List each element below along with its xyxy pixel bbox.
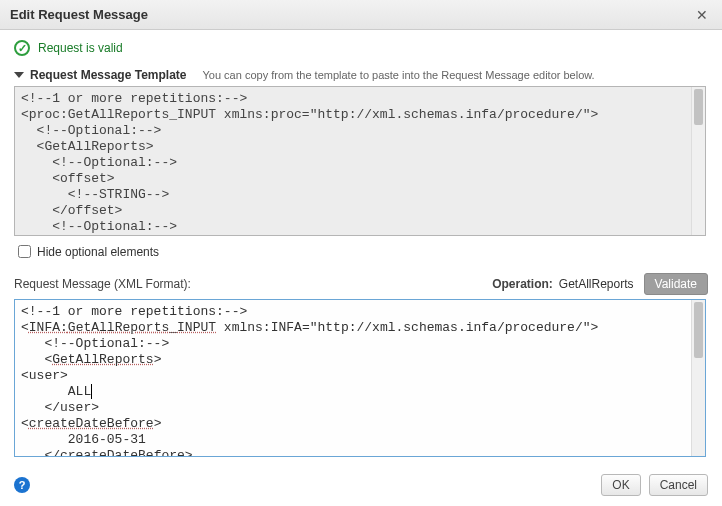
request-message-label: Request Message (XML Format): xyxy=(14,277,191,291)
template-section-hint: You can copy from the template to paste … xyxy=(203,69,595,81)
dialog-title: Edit Request Message xyxy=(10,7,148,22)
template-scrollbar[interactable] xyxy=(691,87,705,235)
dialog-footer: ? OK Cancel xyxy=(0,466,722,506)
close-icon[interactable]: ✕ xyxy=(692,7,712,23)
operation-value: GetAllReports xyxy=(559,277,634,291)
editor-scrollbar[interactable] xyxy=(691,300,705,456)
hide-optional-label[interactable]: Hide optional elements xyxy=(37,245,159,259)
validate-button[interactable]: Validate xyxy=(644,273,708,295)
check-icon: ✓ xyxy=(14,40,30,56)
request-editor[interactable]: <!--1 or more repetitions:--> <INFA:GetA… xyxy=(14,299,706,457)
cancel-button[interactable]: Cancel xyxy=(649,474,708,496)
help-icon[interactable]: ? xyxy=(14,477,30,493)
template-textarea[interactable]: <!--1 or more repetitions:--> <proc:GetA… xyxy=(14,86,706,236)
operation-label: Operation: xyxy=(492,277,553,291)
dialog-titlebar: Edit Request Message ✕ xyxy=(0,0,722,30)
template-section-header[interactable]: Request Message Template You can copy fr… xyxy=(14,68,708,82)
hide-optional-checkbox[interactable] xyxy=(18,245,31,258)
validation-status: ✓ Request is valid xyxy=(14,40,708,56)
ok-button[interactable]: OK xyxy=(601,474,640,496)
chevron-down-icon xyxy=(14,72,24,78)
template-section-label: Request Message Template xyxy=(30,68,187,82)
validation-status-text: Request is valid xyxy=(38,41,123,55)
